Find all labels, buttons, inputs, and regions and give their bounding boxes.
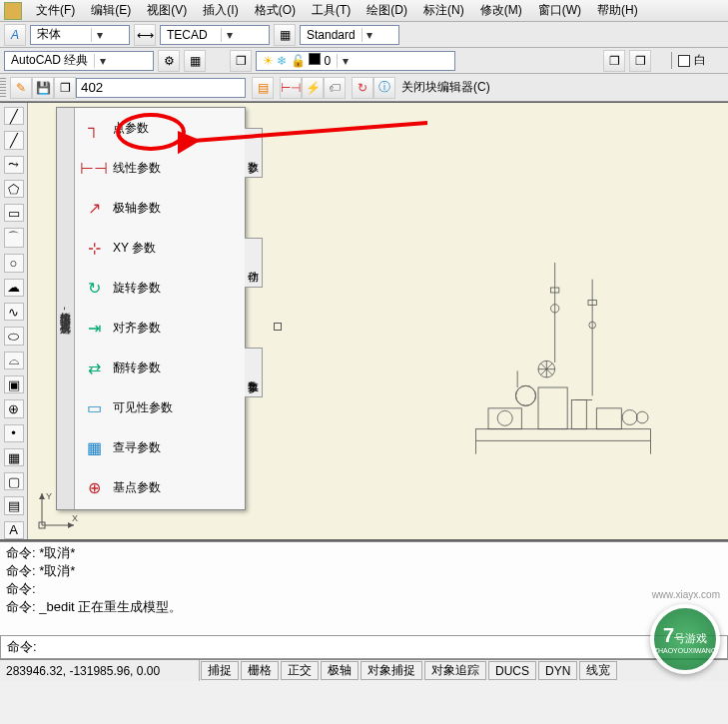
edit-block-button[interactable]: ✎ [10,77,32,99]
command-input-row[interactable]: 命令: [0,635,728,659]
palette-tab-actions[interactable]: 动作 [245,238,263,288]
cmd-line: 命令: *取消* [6,544,722,562]
layer-state-button[interactable]: ❐ [603,50,625,72]
chevron-down-icon: ▾ [94,54,110,68]
arc-tool[interactable]: ⌒ [4,228,24,248]
pick-box [274,323,282,331]
block-drawing [448,263,678,462]
menu-draw[interactable]: 绘图(D) [359,2,415,19]
ellipse-arc-tool[interactable]: ⌓ [4,352,24,369]
layer-toolbar: AutoCAD 经典▾ ⚙ ▦ ❐ ☀ ❄ 🔓 0 ▾ ❐ ❐ 白 [0,48,728,74]
color-label: 白 [694,52,706,69]
param-xy[interactable]: ⊹XY 参数 [75,228,245,268]
revcloud-tool[interactable]: ☁ [4,279,24,297]
palette-tab-params[interactable]: 参数 [245,128,263,178]
workspace-save-button[interactable]: ▦ [184,50,206,72]
update-button[interactable]: ↻ [352,77,373,99]
hatch-tool[interactable]: ▦ [4,448,24,466]
param-point[interactable]: ┐点参数 [75,108,245,148]
attribute-button[interactable]: 🏷 [324,77,346,99]
status-grid[interactable]: 栅格 [241,661,279,680]
xline-tool[interactable]: ╱ [4,131,24,149]
lookup-param-icon: ▦ [83,436,105,458]
status-polar[interactable]: 极轴 [321,661,359,680]
color-swatch [678,55,690,67]
param-alignment[interactable]: ⇥对齐参数 [75,308,245,348]
save-block-button[interactable]: 💾 [32,77,54,99]
polygon-tool[interactable]: ⬠ [4,180,24,198]
insert-tool[interactable]: ⊕ [4,399,24,417]
menu-modify[interactable]: 修改(M) [472,2,530,19]
spline-tool[interactable]: ∿ [4,303,24,321]
item-label: 点参数 [113,120,149,137]
menu-view[interactable]: 视图(V) [139,2,195,19]
app-icon [4,2,22,20]
param-button[interactable]: ⊢⊣ [280,77,302,99]
item-label: 线性参数 [113,160,161,177]
dim-style-button[interactable]: ⟷ [134,24,156,46]
watermark-url: www.xiayx.com [650,589,720,600]
table-style-button[interactable]: ▦ [274,24,296,46]
save-as-button[interactable]: ❐ [54,77,76,99]
menu-file[interactable]: 文件(F) [28,2,83,19]
param-polar[interactable]: ↗极轴参数 [75,188,245,228]
param-flip[interactable]: ⇄翻转参数 [75,348,245,387]
status-ducs[interactable]: DUCS [488,661,536,680]
table-tool[interactable]: ▤ [4,496,24,514]
param-rotation[interactable]: ↻旋转参数 [75,268,245,308]
status-lwt[interactable]: 线宽 [579,661,617,680]
close-block-editor-button[interactable]: 关闭块编辑器(C) [395,79,496,96]
dim-style-value: TECAD [161,28,221,42]
param-linear[interactable]: ⊢⊣线性参数 [75,148,245,188]
circle-tool[interactable]: ○ [4,254,24,272]
layer-manager-button[interactable]: ❐ [230,50,252,72]
status-snap[interactable]: 捕捉 [201,661,239,680]
menu-format[interactable]: 格式(O) [247,2,304,19]
toolbar-grip[interactable] [0,78,6,98]
param-lookup[interactable]: ▦查寻参数 [75,427,245,467]
line-tool[interactable]: ╱ [4,107,24,125]
menu-help[interactable]: 帮助(H) [589,2,646,19]
font-combo[interactable]: 宋体▾ [30,25,130,45]
status-osnap[interactable]: 对象捕捉 [361,661,422,680]
palette-title-bar[interactable]: 块编与定位板 - 所有选项板 [57,108,75,509]
cmd-line: 命令: *取消* [6,562,722,580]
alignment-param-icon: ⇥ [83,317,105,339]
menu-dimension[interactable]: 标注(N) [415,2,472,19]
menu-insert[interactable]: 插入(I) [195,2,246,19]
region-tool[interactable]: ▢ [4,472,24,490]
status-ortho[interactable]: 正交 [281,661,319,680]
text-style-button[interactable]: A [4,24,26,46]
tool-button-1[interactable]: ▤ [252,77,274,99]
table-style-combo[interactable]: Standard▾ [300,25,399,45]
menu-edit[interactable]: 编辑(E) [83,2,139,19]
menu-window[interactable]: 窗口(W) [530,2,589,19]
workspace-settings-button[interactable]: ⚙ [158,50,180,72]
polar-param-icon: ↗ [83,197,105,219]
palette-icon: ▤ [258,81,269,95]
drawing-canvas[interactable]: 块编与定位板 - 所有选项板 ┐点参数 ⊢⊣线性参数 ↗极轴参数 ⊹XY 参数 … [28,103,728,539]
param-visibility[interactable]: ▭可见性参数 [75,387,245,427]
polyline-tool[interactable]: ⤳ [4,156,24,174]
layers-stack-icon: ❐ [635,54,646,68]
block-tool[interactable]: ▣ [4,375,24,393]
color-control[interactable]: 白 [671,52,706,69]
layer-prev-button[interactable]: ❐ [629,50,651,72]
workspace-combo[interactable]: AutoCAD 经典▾ [4,51,154,71]
watermark: www.xiayx.com 7号游戏 ZHAOYOUXIWANG [650,589,720,674]
point-tool[interactable]: • [4,424,24,442]
status-otrack[interactable]: 对象追踪 [424,661,486,680]
text-style-icon: A [11,28,19,42]
dim-style-combo[interactable]: TECAD▾ [160,25,270,45]
palette-tab-paramsets[interactable]: 参数集 [245,348,263,397]
action-button[interactable]: ⚡ [302,77,324,99]
layer-combo[interactable]: ☀ ❄ 🔓 0 ▾ [256,51,455,71]
block-name-input[interactable] [76,78,246,98]
text-tool[interactable]: A [4,521,24,539]
menu-tools[interactable]: 工具(T) [304,2,359,19]
rectangle-tool[interactable]: ▭ [4,204,24,222]
ellipse-tool[interactable]: ⬭ [4,327,24,345]
info-button[interactable]: ⓘ [373,77,395,99]
status-dyn[interactable]: DYN [538,661,577,680]
param-basepoint[interactable]: ⊕基点参数 [75,467,245,507]
